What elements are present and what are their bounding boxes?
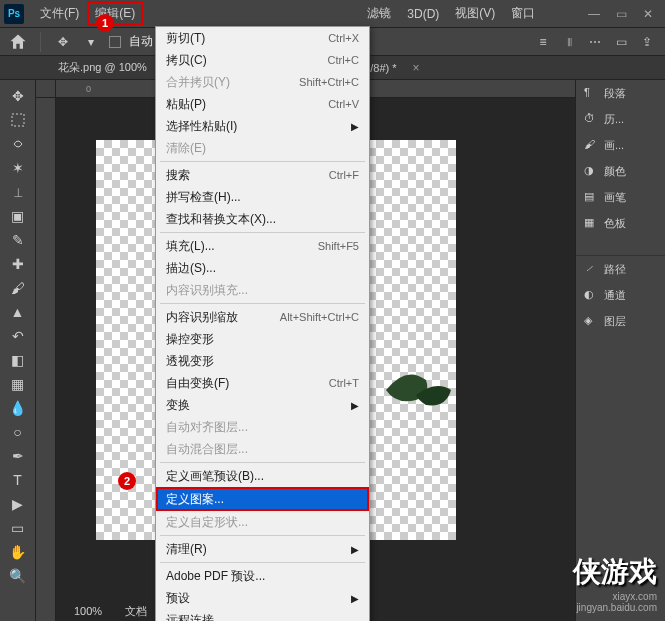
left-toolbar: ✥ ✶ ⟂ ▣ ✎ ✚ 🖌 ▲ ↶ ◧ ▦ 💧 ○ ✒ T ▶ ▭ ✋ 🔍 xyxy=(0,80,36,621)
panel-swatches[interactable]: ▦色板 xyxy=(576,210,665,236)
align-icon[interactable]: ≡ xyxy=(533,32,553,52)
brush-icon: 🖌 xyxy=(584,138,598,152)
panel-color[interactable]: ◑颜色 xyxy=(576,158,665,184)
panel-brush[interactable]: 🖌画... xyxy=(576,132,665,158)
menu-item[interactable]: 剪切(T)Ctrl+X xyxy=(156,27,369,49)
home-icon[interactable] xyxy=(8,32,28,52)
panel-label: 通道 xyxy=(604,288,626,303)
menu-window[interactable]: 窗口 xyxy=(503,1,543,26)
panel-channels[interactable]: ◐通道 xyxy=(576,282,665,308)
menu-item-label: 剪切(T) xyxy=(166,30,205,47)
move-tool-icon[interactable]: ✥ xyxy=(53,32,73,52)
more-icon[interactable]: ⋯ xyxy=(585,32,605,52)
menu-item: 清除(E) xyxy=(156,137,369,159)
menu-item[interactable]: 预设▶ xyxy=(156,587,369,609)
menu-item-label: 清除(E) xyxy=(166,140,206,157)
app-logo: Ps xyxy=(4,4,24,24)
hand-tool[interactable]: ✋ xyxy=(4,540,32,564)
menu-item[interactable]: 定义画笔预设(B)... xyxy=(156,465,369,487)
color-icon: ◑ xyxy=(584,164,598,178)
menu-item-label: 预设 xyxy=(166,590,190,607)
menu-view[interactable]: 视图(V) xyxy=(447,1,503,26)
status-label: 文档 xyxy=(125,605,147,617)
menu-item[interactable]: Adobe PDF 预设... xyxy=(156,565,369,587)
ruler-mark: 0 xyxy=(86,84,91,94)
wand-tool[interactable]: ✶ xyxy=(4,156,32,180)
menu-shortcut: Ctrl+F xyxy=(329,169,359,181)
minimize-icon[interactable]: — xyxy=(588,7,600,21)
panel-layers[interactable]: ◈图层 xyxy=(576,308,665,334)
gradient-tool[interactable]: ▦ xyxy=(4,372,32,396)
menu-file[interactable]: 文件(F) xyxy=(32,1,87,26)
menu-item[interactable]: 透视变形 xyxy=(156,350,369,372)
menu-item[interactable]: 拷贝(C)Ctrl+C xyxy=(156,49,369,71)
marquee-tool[interactable] xyxy=(4,108,32,132)
panel-paths[interactable]: ⟋路径 xyxy=(576,256,665,282)
panel-brushes[interactable]: ▤画笔 xyxy=(576,184,665,210)
menu-item[interactable]: 清理(R)▶ xyxy=(156,538,369,560)
swatch-icon: ▦ xyxy=(584,216,598,230)
zoom-tool[interactable]: 🔍 xyxy=(4,564,32,588)
menu-item[interactable]: 选择性粘贴(I)▶ xyxy=(156,115,369,137)
tab-close-icon[interactable]: × xyxy=(413,61,420,75)
stamp-tool[interactable]: ▲ xyxy=(4,300,32,324)
move-tool[interactable]: ✥ xyxy=(4,84,32,108)
menu-item[interactable]: 查找和替换文本(X)... xyxy=(156,208,369,230)
panel-label: 段落 xyxy=(604,86,626,101)
distribute-icon[interactable]: ⫴ xyxy=(559,32,579,52)
menu-3d[interactable]: 3D(D) xyxy=(399,3,447,25)
menu-item[interactable]: 粘贴(P)Ctrl+V xyxy=(156,93,369,115)
menu-item-label: 查找和替换文本(X)... xyxy=(166,211,276,228)
menu-item[interactable]: 内容识别缩放Alt+Shift+Ctrl+C xyxy=(156,306,369,328)
panel-paragraph[interactable]: ¶段落 xyxy=(576,80,665,106)
menu-item[interactable]: 变换▶ xyxy=(156,394,369,416)
type-tool[interactable]: T xyxy=(4,468,32,492)
menu-separator xyxy=(160,161,365,162)
menu-item-label: 远程连接... xyxy=(166,612,224,622)
menu-item[interactable]: 描边(S)... xyxy=(156,257,369,279)
ruler-vertical[interactable] xyxy=(36,98,56,621)
menu-item-label: 定义图案... xyxy=(166,491,224,508)
heal-tool[interactable]: ✚ xyxy=(4,252,32,276)
pen-tool[interactable]: ✒ xyxy=(4,444,32,468)
menu-item-label: 搜索 xyxy=(166,167,190,184)
menu-item-label: 内容识别填充... xyxy=(166,282,248,299)
svg-rect-0 xyxy=(12,114,24,126)
ruler-origin[interactable] xyxy=(36,80,56,98)
dodge-tool[interactable]: ○ xyxy=(4,420,32,444)
menu-item-label: 透视变形 xyxy=(166,353,214,370)
menu-item[interactable]: 搜索Ctrl+F xyxy=(156,164,369,186)
checkbox-icon[interactable] xyxy=(109,36,121,48)
panel-history[interactable]: ⏱历... xyxy=(576,106,665,132)
share-icon[interactable]: ⇪ xyxy=(637,32,657,52)
crop-tool[interactable]: ⟂ xyxy=(4,180,32,204)
history-brush-tool[interactable]: ↶ xyxy=(4,324,32,348)
doc-tab-active[interactable]: 花朵.png @ 100% xyxy=(48,56,157,79)
layout-icon[interactable]: ▭ xyxy=(611,32,631,52)
brushes-icon: ▤ xyxy=(584,190,598,204)
menu-item: 自动对齐图层... xyxy=(156,416,369,438)
layer-icon: ◈ xyxy=(584,314,598,328)
eraser-tool[interactable]: ◧ xyxy=(4,348,32,372)
frame-tool[interactable]: ▣ xyxy=(4,204,32,228)
menu-item[interactable]: 自由变换(F)Ctrl+T xyxy=(156,372,369,394)
blur-tool[interactable]: 💧 xyxy=(4,396,32,420)
menu-item[interactable]: 定义图案... xyxy=(156,487,369,511)
menu-item[interactable]: 填充(L)...Shift+F5 xyxy=(156,235,369,257)
menu-item[interactable]: 远程连接... xyxy=(156,609,369,621)
maximize-icon[interactable]: ▭ xyxy=(616,7,627,21)
path-select-tool[interactable]: ▶ xyxy=(4,492,32,516)
lasso-tool[interactable] xyxy=(4,132,32,156)
shape-tool[interactable]: ▭ xyxy=(4,516,32,540)
menu-item-label: 填充(L)... xyxy=(166,238,215,255)
chevron-down-icon[interactable]: ▾ xyxy=(81,32,101,52)
watermark-credit: jingyan.baidu.com xyxy=(573,602,657,613)
menu-separator xyxy=(160,535,365,536)
menu-shortcut: Ctrl+T xyxy=(329,377,359,389)
brush-tool[interactable]: 🖌 xyxy=(4,276,32,300)
menu-filter[interactable]: 滤镜 xyxy=(359,1,399,26)
eyedropper-tool[interactable]: ✎ xyxy=(4,228,32,252)
close-icon[interactable]: ✕ xyxy=(643,7,653,21)
menu-item[interactable]: 操控变形 xyxy=(156,328,369,350)
menu-item[interactable]: 拼写检查(H)... xyxy=(156,186,369,208)
